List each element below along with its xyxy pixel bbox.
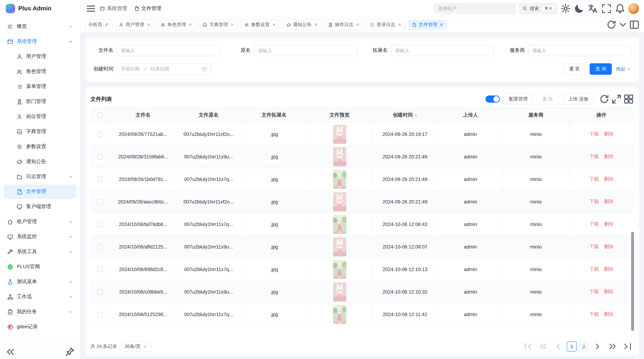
sidebar-item-system[interactable]: 系统管理	[4, 34, 76, 49]
settings-gear-icon[interactable]	[560, 3, 571, 14]
delete-button[interactable]: 删 除	[537, 93, 559, 105]
table-row[interactable]: 2024/10/06/bd76db6...007u2bluly1hrr11x7q…	[90, 213, 634, 236]
row-checkbox[interactable]	[98, 244, 103, 249]
tabs-dropdown-icon[interactable]	[618, 19, 628, 30]
sidebar-pin-button[interactable]	[64, 346, 75, 357]
config-management-button[interactable]: 配置管理	[504, 93, 534, 105]
close-tab-icon[interactable]	[272, 22, 276, 27]
last-page-button[interactable]	[621, 342, 634, 352]
row-checkbox[interactable]	[98, 154, 103, 159]
tab-字典管理[interactable]: 字典管理	[199, 19, 238, 30]
download-link[interactable]: 下载	[589, 266, 599, 273]
delete-link[interactable]: 删除	[604, 198, 614, 205]
sidebar-item-workflow[interactable]: 工作流	[4, 290, 76, 304]
delete-link[interactable]: 删除	[604, 176, 614, 182]
sidebar-item-user[interactable]: 用户管理	[4, 49, 76, 64]
refresh-page-icon[interactable]	[606, 19, 617, 30]
preview-image[interactable]	[333, 260, 346, 279]
hamburger-menu-icon[interactable]	[86, 3, 96, 14]
page-button-2[interactable]: 2	[579, 342, 589, 352]
jump-back-button[interactable]	[537, 342, 550, 352]
table-row[interactable]: 2024/10/06/698d2c8...007u2bluly1hrr11x7q…	[90, 258, 634, 281]
table-row[interactable]: 2024/09/26/aacc9b5c...007u2bluly1hrr11xf…	[90, 191, 634, 213]
first-page-button[interactable]	[522, 342, 534, 352]
sidebar-item-param[interactable]: 参数设置	[4, 139, 76, 154]
download-link[interactable]: 下载	[589, 153, 599, 160]
preview-image[interactable]	[333, 237, 346, 256]
refresh-table-icon[interactable]	[599, 94, 610, 104]
sidebar-item-filemgr[interactable]: 文件管理	[4, 185, 76, 199]
sidebar-item-role[interactable]: 角色管理	[4, 64, 76, 79]
sidebar-collapse-button[interactable]	[5, 346, 16, 357]
preview-image[interactable]	[333, 215, 346, 234]
row-checkbox[interactable]	[98, 222, 103, 227]
page-button-1[interactable]: 1	[567, 342, 577, 352]
download-link[interactable]: 下载	[589, 289, 599, 295]
original-name-input[interactable]	[254, 45, 357, 56]
sidebar-item-dept[interactable]: 部门管理	[4, 94, 76, 109]
sort-icons[interactable]: ▲▼	[415, 113, 417, 117]
collapse-filter-link[interactable]: 收起	[616, 66, 631, 72]
preview-image[interactable]	[333, 192, 346, 211]
column-settings-grid-icon[interactable]	[623, 94, 634, 104]
table-row[interactable]: 2024/09/26/3159fab8...007u2bluly1hrr11x9…	[90, 146, 634, 168]
close-tab-icon[interactable]	[439, 22, 444, 27]
breadcrumb-item-files[interactable]: 文件管理	[134, 5, 161, 12]
row-checkbox[interactable]	[98, 199, 103, 204]
download-link[interactable]: 下载	[589, 198, 599, 205]
preview-image[interactable]	[333, 282, 346, 301]
fullscreen-icon[interactable]	[601, 3, 612, 14]
select-all-checkbox[interactable]	[98, 112, 103, 118]
download-link[interactable]: 下载	[589, 221, 599, 227]
close-tab-icon[interactable]	[146, 22, 150, 27]
app-logo[interactable]: Plus Admin	[0, 0, 80, 17]
page-size-select[interactable]: 20条/页	[121, 342, 151, 352]
download-link[interactable]: 下载	[589, 244, 599, 250]
sidebar-item-testmenu[interactable]: 测试菜单	[4, 275, 76, 289]
tab-参数设置[interactable]: 参数设置	[241, 19, 280, 30]
next-page-button[interactable]	[591, 342, 604, 352]
breadcrumb-item-system[interactable]: 系统管理	[100, 5, 127, 12]
close-tab-icon[interactable]	[398, 22, 402, 27]
sidebar-item-sysmon[interactable]: 系统监控	[4, 230, 76, 244]
global-search-button[interactable]: 搜索 ⌘ K	[518, 3, 558, 14]
close-tab-icon[interactable]	[188, 22, 192, 27]
table-row[interactable]: 2024/10/06/c08bbe5...007u2bluly1hrr11x9u…	[90, 281, 634, 303]
row-checkbox[interactable]	[98, 267, 103, 272]
table-row[interactable]: 2024/09/26/1b0d791...007u2bluly1hrr11x7q…	[90, 168, 634, 191]
user-avatar[interactable]	[628, 3, 639, 14]
sidebar-item-gitee[interactable]: gitee记录	[4, 320, 76, 334]
sidebar-item-plus-site[interactable]: PLUS官网	[4, 260, 76, 274]
query-button[interactable]: 查 询	[590, 63, 612, 75]
delete-link[interactable]: 删除	[604, 221, 614, 227]
preview-image[interactable]	[333, 170, 346, 189]
reset-button[interactable]: 重 置	[564, 63, 586, 75]
sidebar-item-overview[interactable]: 概览	[4, 19, 76, 34]
sidebar-item-tenant[interactable]: 租户管理	[4, 215, 76, 229]
table-row[interactable]: 2024/09/26/77521ab...007u2bluly1hrr11xf2…	[90, 123, 634, 146]
date-range-picker[interactable]: 开始日期 结束日期	[117, 63, 211, 75]
tab-文件管理[interactable]: 文件管理	[408, 19, 447, 30]
notification-bell-icon[interactable]	[615, 3, 626, 14]
extension-input[interactable]	[391, 45, 494, 56]
row-checkbox[interactable]	[98, 289, 103, 295]
download-link[interactable]: 下载	[589, 176, 599, 182]
download-link[interactable]: 下载	[589, 311, 599, 318]
expand-table-icon[interactable]	[611, 94, 622, 104]
delete-link[interactable]: 删除	[604, 311, 614, 318]
delete-link[interactable]: 删除	[604, 131, 614, 137]
row-checkbox[interactable]	[98, 131, 103, 137]
close-tab-icon[interactable]	[314, 22, 318, 27]
previous-page-button[interactable]	[552, 342, 564, 352]
list-toggle-switch[interactable]	[486, 95, 500, 103]
sidebar-item-dict[interactable]: 字典管理	[4, 124, 76, 139]
download-link[interactable]: 下载	[589, 131, 599, 137]
preview-image[interactable]	[333, 147, 346, 166]
layout-columns-icon[interactable]	[629, 19, 640, 30]
upload-button[interactable]: 上传 没做	[562, 93, 594, 105]
tab-登录日志[interactable]: 登录日志	[366, 19, 405, 30]
sidebar-item-mytask[interactable]: 我的任务	[4, 305, 76, 319]
column-header-创建时间[interactable]: 创建时间▲▼	[372, 108, 438, 123]
tenant-select[interactable]: 选择租户	[434, 3, 516, 14]
jump-forward-button[interactable]	[606, 342, 619, 352]
